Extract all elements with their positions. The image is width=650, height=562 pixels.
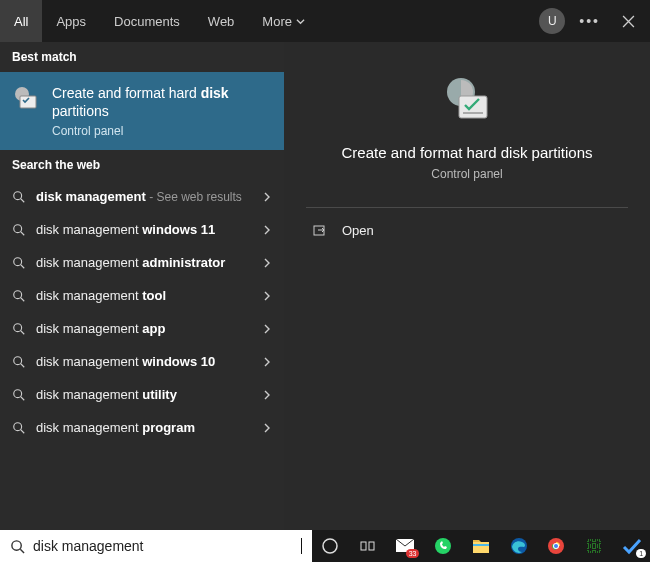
chevron-right-icon [262, 192, 272, 202]
search-icon [12, 322, 26, 336]
web-result-text: disk management - See web results [36, 189, 252, 204]
chevron-right-icon [262, 324, 272, 334]
svg-point-25 [554, 544, 558, 548]
search-icon [12, 190, 26, 204]
file-explorer-icon[interactable] [471, 536, 491, 556]
open-action[interactable]: Open [306, 208, 628, 252]
close-icon [622, 15, 635, 28]
svg-point-9 [14, 423, 22, 431]
chevron-right-icon [262, 225, 272, 235]
text-caret [301, 538, 302, 554]
web-result-item[interactable]: disk management app [0, 312, 284, 345]
web-result-text: disk management program [36, 420, 252, 435]
best-match-result[interactable]: Create and format hard disk partitions C… [0, 72, 284, 150]
web-result-text: disk management windows 11 [36, 222, 252, 237]
tab-web[interactable]: Web [194, 0, 249, 42]
web-result-item[interactable]: disk management windows 11 [0, 213, 284, 246]
chevron-right-icon [262, 390, 272, 400]
web-result-item[interactable]: disk management - See web results [0, 180, 284, 213]
open-icon [312, 222, 328, 238]
disk-partition-icon [12, 84, 40, 112]
web-result-item[interactable]: disk management program [0, 411, 284, 444]
tab-more[interactable]: More [248, 0, 319, 42]
taskbar: 33 1 [312, 530, 650, 562]
search-filter-tabs: All Apps Documents Web More U ••• [0, 0, 650, 42]
search-icon [12, 388, 26, 402]
web-result-text: disk management administrator [36, 255, 252, 270]
cortana-icon[interactable] [320, 536, 340, 556]
best-match-title: Create and format hard disk partitions [52, 84, 272, 120]
svg-point-3 [14, 225, 22, 233]
user-avatar[interactable]: U [539, 8, 565, 34]
search-icon [12, 256, 26, 270]
chevron-right-icon [262, 291, 272, 301]
web-result-item[interactable]: disk management windows 10 [0, 345, 284, 378]
svg-rect-20 [473, 542, 489, 553]
search-input[interactable] [33, 538, 299, 554]
svg-point-7 [14, 357, 22, 365]
more-options-button[interactable]: ••• [579, 13, 600, 29]
web-result-text: disk management app [36, 321, 252, 336]
web-result-item[interactable]: disk management tool [0, 279, 284, 312]
svg-point-4 [14, 258, 22, 266]
svg-point-15 [323, 539, 337, 553]
mail-icon[interactable]: 33 [395, 536, 415, 556]
search-icon [12, 223, 26, 237]
svg-rect-17 [369, 542, 374, 550]
chevron-right-icon [262, 357, 272, 367]
preview-panel: Create and format hard disk partitions C… [284, 42, 650, 530]
search-bar[interactable] [0, 530, 312, 562]
svg-point-5 [14, 291, 22, 299]
open-label: Open [342, 223, 374, 238]
search-icon [12, 355, 26, 369]
web-result-item[interactable]: disk management administrator [0, 246, 284, 279]
web-result-text: disk management utility [36, 387, 252, 402]
best-match-header: Best match [0, 42, 284, 72]
tab-all[interactable]: All [0, 0, 42, 42]
results-panel: Best match Create and format hard disk p… [0, 42, 284, 530]
search-web-header: Search the web [0, 150, 284, 180]
tab-documents[interactable]: Documents [100, 0, 194, 42]
best-match-subtitle: Control panel [52, 124, 272, 138]
task-view-icon[interactable] [358, 536, 378, 556]
chrome-icon[interactable] [547, 536, 567, 556]
chevron-right-icon [262, 423, 272, 433]
svg-rect-11 [459, 96, 487, 118]
svg-point-2 [14, 192, 22, 200]
svg-point-8 [14, 390, 22, 398]
svg-rect-16 [361, 542, 366, 550]
chevron-right-icon [262, 258, 272, 268]
preview-subtitle: Control panel [431, 167, 502, 181]
svg-point-6 [14, 324, 22, 332]
web-result-item[interactable]: disk management utility [0, 378, 284, 411]
search-icon [12, 421, 26, 435]
web-result-text: disk management windows 10 [36, 354, 252, 369]
preview-title: Create and format hard disk partitions [322, 144, 613, 161]
close-button[interactable] [614, 7, 642, 35]
chevron-down-icon [296, 17, 305, 26]
search-icon [10, 539, 25, 554]
whatsapp-icon[interactable] [433, 536, 453, 556]
app-icon-check[interactable]: 1 [622, 536, 642, 556]
app-icon-green[interactable] [584, 536, 604, 556]
svg-rect-1 [20, 96, 36, 108]
web-results-list: disk management - See web resultsdisk ma… [0, 180, 284, 530]
edge-icon[interactable] [509, 536, 529, 556]
search-icon [12, 289, 26, 303]
tab-apps[interactable]: Apps [42, 0, 100, 42]
disk-partition-icon-large [439, 72, 495, 128]
svg-rect-12 [463, 112, 483, 114]
svg-point-14 [12, 540, 21, 549]
web-result-text: disk management tool [36, 288, 252, 303]
svg-rect-21 [473, 544, 489, 546]
